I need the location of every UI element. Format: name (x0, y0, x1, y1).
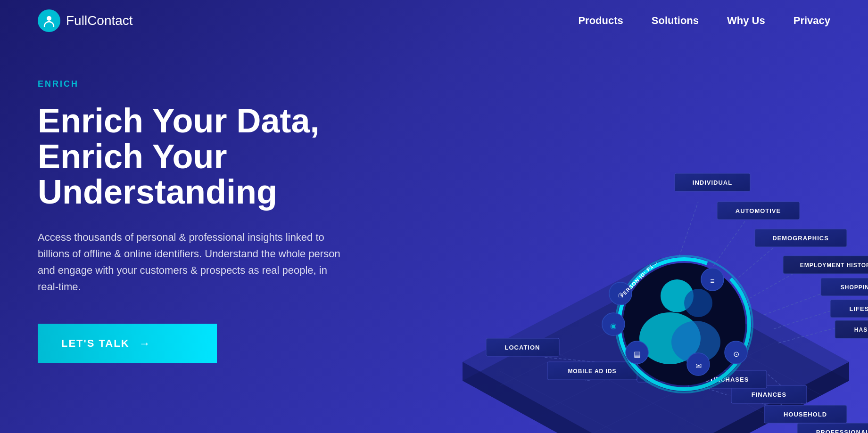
hero-description: Access thousands of personal & professio… (38, 229, 344, 295)
logo-icon (38, 9, 60, 32)
svg-point-0 (47, 16, 51, 21)
hero-title-line1: Enrich Your Data, (38, 102, 319, 139)
logo-text: FullContact (66, 13, 133, 28)
hero-section: ENRICH Enrich Your Data, Enrich Your Und… (0, 41, 868, 423)
lets-talk-button[interactable]: LET'S TALK → (38, 324, 217, 363)
svg-text:PROFESSIONAL: PROFESSIONAL (816, 429, 868, 433)
isometric-diagram-svg: INDIVIDUAL AUTOMOTIVE DEMOGRAPHICS EMPLO… (406, 107, 868, 433)
hero-diagram: INDIVIDUAL AUTOMOTIVE DEMOGRAPHICS EMPLO… (349, 70, 830, 423)
logo-contact: Contact (87, 13, 133, 28)
svg-text:HASHED EMAILS: HASHED EMAILS (854, 327, 868, 333)
svg-text:SHOPPING HABITS: SHOPPING HABITS (841, 284, 868, 291)
logo-person-icon (42, 14, 56, 27)
svg-text:FINANCES: FINANCES (752, 391, 786, 398)
hero-title-line3: Understanding (38, 173, 277, 211)
svg-text:◉: ◉ (610, 322, 617, 330)
cta-arrow-icon: → (139, 337, 151, 350)
enrich-label: ENRICH (38, 79, 368, 89)
svg-text:MOBILE AD IDS: MOBILE AD IDS (568, 368, 616, 375)
hero-content: ENRICH Enrich Your Data, Enrich Your Und… (38, 70, 368, 423)
hero-title: Enrich Your Data, Enrich Your Understand… (38, 103, 368, 210)
hero-title-line2: Enrich Your (38, 138, 227, 175)
svg-text:≡: ≡ (710, 277, 714, 285)
logo-full: Full (66, 13, 87, 28)
svg-text:HOUSEHOLD: HOUSEHOLD (784, 411, 827, 418)
nav-solutions[interactable]: Solutions (652, 15, 699, 27)
cta-label: LET'S TALK (61, 337, 130, 350)
nav-products[interactable]: Products (578, 15, 623, 27)
nav-privacy[interactable]: Privacy (794, 15, 830, 27)
svg-text:✉: ✉ (695, 362, 702, 370)
svg-point-59 (684, 289, 712, 317)
logo-area: FullContact (38, 9, 133, 32)
svg-text:DEMOGRAPHICS: DEMOGRAPHICS (772, 235, 829, 242)
svg-text:⊙: ⊙ (733, 350, 739, 358)
svg-text:LIFESTYLE: LIFESTYLE (849, 305, 868, 312)
svg-text:INDIVIDUAL: INDIVIDUAL (693, 179, 732, 186)
navbar: FullContact Products Solutions Why Us Pr… (0, 0, 868, 41)
nav-why-us[interactable]: Why Us (727, 15, 765, 27)
svg-text:AUTOMOTIVE: AUTOMOTIVE (736, 207, 781, 214)
svg-text:LOCATION: LOCATION (505, 344, 540, 351)
svg-text:EMPLOYMENT HISTORY: EMPLOYMENT HISTORY (800, 262, 868, 269)
iso-diagram-wrapper: INDIVIDUAL AUTOMOTIVE DEMOGRAPHICS EMPLO… (406, 107, 868, 433)
nav-links: Products Solutions Why Us Privacy (578, 15, 830, 27)
svg-text:▤: ▤ (634, 350, 641, 358)
